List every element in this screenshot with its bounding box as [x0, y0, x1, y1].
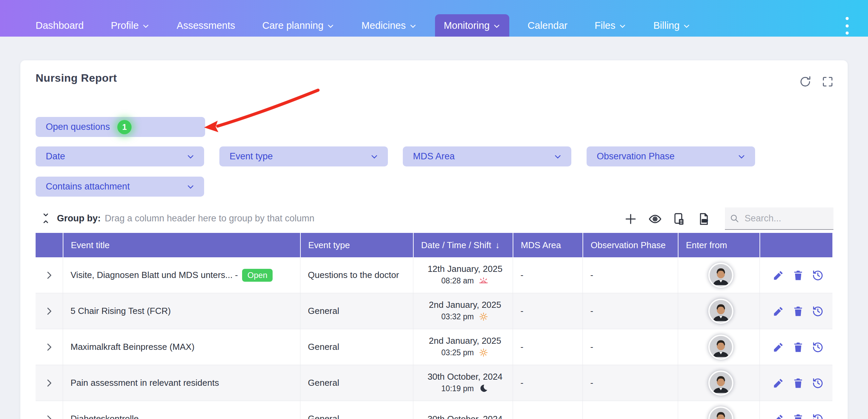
event-date: 30th October, 2024	[428, 372, 502, 381]
delete-icon[interactable]	[792, 341, 804, 353]
nav-calendar[interactable]: Calendar	[528, 14, 568, 37]
event-title: Visite, Diagnosen Blatt und MDS unters..…	[71, 270, 238, 280]
column-chooser-icon[interactable]	[673, 212, 686, 226]
event-type: General	[308, 306, 339, 316]
history-icon[interactable]	[812, 377, 824, 389]
header-mds-area[interactable]: MDS Area	[513, 233, 583, 257]
export-pdf-icon[interactable]: PDF	[697, 212, 711, 226]
avatar	[708, 263, 733, 288]
top-navigation: Dashboard Profile Assessments Care plann…	[0, 0, 868, 37]
chevron-down-icon	[409, 22, 417, 30]
morning-shift-icon	[478, 276, 489, 286]
event-time: 03:25 pm	[441, 349, 474, 357]
table-row: Maximalkraft Beinpresse (MAX) General 2n…	[36, 329, 832, 365]
edit-icon[interactable]	[773, 413, 784, 419]
nav-billing[interactable]: Billing	[653, 14, 690, 37]
avatar	[708, 335, 733, 360]
avatar	[708, 406, 733, 419]
delete-icon[interactable]	[792, 377, 804, 389]
history-icon[interactable]	[812, 305, 824, 317]
delete-icon[interactable]	[792, 305, 804, 317]
expand-row-icon[interactable]	[45, 270, 53, 280]
nav-care-planning[interactable]: Care planning	[262, 14, 335, 37]
mds-area-value: -	[520, 378, 524, 388]
overflow-menu-icon[interactable]	[840, 17, 854, 35]
refresh-icon[interactable]	[799, 75, 812, 88]
header-observation-phase[interactable]: Observation Phase	[583, 233, 678, 257]
expand-row-icon[interactable]	[45, 414, 53, 419]
mds-area-value: -	[520, 270, 524, 280]
event-time: 08:28 am	[441, 277, 474, 285]
table-row: Visite, Diagnosen Blatt und MDS unters..…	[36, 257, 832, 293]
observation-phase-value: -	[590, 306, 593, 316]
delete-icon[interactable]	[792, 413, 804, 419]
add-row-icon[interactable]	[624, 212, 637, 226]
expand-row-icon[interactable]	[45, 342, 53, 352]
nursing-report-table: Event title Event type Date / Time / Shi…	[36, 233, 832, 419]
nav-assessments[interactable]: Assessments	[177, 14, 235, 37]
observation-phase-value: -	[590, 270, 593, 280]
open-questions-count-badge: 1	[117, 120, 132, 134]
filter-contains-attachment[interactable]: Contains attachment	[36, 177, 204, 197]
event-type: General	[308, 414, 339, 419]
event-title: Pain assessment in relevant residents	[71, 378, 219, 388]
header-actions-column	[760, 233, 832, 257]
avatar	[708, 299, 733, 324]
event-date: 30th October, 2024	[428, 415, 502, 419]
nav-medicines[interactable]: Medicines	[361, 14, 417, 37]
edit-icon[interactable]	[773, 341, 784, 353]
event-type: General	[308, 378, 339, 388]
edit-icon[interactable]	[773, 305, 784, 317]
history-icon[interactable]	[812, 270, 824, 281]
event-title: Maximalkraft Beinpresse (MAX)	[71, 342, 195, 352]
expand-row-icon[interactable]	[45, 378, 53, 388]
edit-icon[interactable]	[773, 270, 784, 281]
table-row: Pain assessment in relevant residents Ge…	[36, 365, 832, 401]
fullscreen-icon[interactable]	[821, 75, 834, 88]
table-row: 5 Chair Rising Test (FCR) General 2nd Ja…	[36, 293, 832, 329]
open-questions-button[interactable]: Open questions 1	[36, 117, 205, 137]
event-title: Diabeteskontrolle	[71, 414, 139, 419]
chevron-down-icon	[370, 153, 378, 161]
chevron-down-icon	[683, 22, 690, 30]
nav-dashboard[interactable]: Dashboard	[36, 14, 84, 37]
table-header-row: Event title Event type Date / Time / Shi…	[36, 233, 832, 257]
observation-phase-value: -	[590, 342, 593, 352]
sort-desc-icon: ↓	[495, 240, 500, 251]
chevron-down-icon	[554, 153, 562, 161]
edit-icon[interactable]	[773, 377, 784, 389]
expand-row-icon[interactable]	[45, 306, 53, 316]
open-status-badge: Open	[242, 269, 273, 282]
show-hide-columns-icon[interactable]	[648, 212, 662, 226]
svg-text:PDF: PDF	[702, 219, 708, 222]
filter-date[interactable]: Date	[36, 146, 204, 166]
observation-phase-value: -	[590, 378, 593, 388]
day-shift-icon	[478, 312, 489, 322]
history-icon[interactable]	[812, 413, 824, 419]
chevron-down-icon	[186, 153, 195, 161]
header-date-time-shift[interactable]: Date / Time / Shift↓	[413, 233, 513, 257]
nav-monitoring[interactable]: Monitoring	[435, 14, 509, 37]
delete-icon[interactable]	[792, 270, 804, 281]
chevron-down-icon	[493, 22, 500, 30]
history-icon[interactable]	[812, 341, 824, 353]
nav-profile[interactable]: Profile	[111, 14, 150, 37]
header-event-type[interactable]: Event type	[300, 233, 413, 257]
filter-event-type[interactable]: Event type	[219, 146, 388, 166]
night-shift-icon	[478, 383, 489, 394]
filter-mds-area[interactable]: MDS Area	[403, 146, 571, 166]
search-input[interactable]	[744, 213, 823, 224]
event-date: 2nd January, 2025	[429, 336, 501, 345]
chevron-down-icon	[142, 22, 150, 30]
collapse-all-icon[interactable]	[41, 213, 50, 224]
search-icon	[730, 214, 739, 223]
header-enter-from[interactable]: Enter from	[678, 233, 760, 257]
chevron-down-icon	[619, 22, 626, 30]
chevron-down-icon	[327, 22, 334, 30]
header-event-title[interactable]: Event title	[63, 233, 300, 257]
table-row: Diabeteskontrolle General 30th October, …	[36, 401, 832, 419]
mds-area-value: -	[520, 342, 524, 352]
filter-observation-phase[interactable]: Observation Phase	[587, 146, 755, 166]
nav-files[interactable]: Files	[595, 14, 626, 37]
page-title: Nursing Report	[36, 72, 117, 84]
